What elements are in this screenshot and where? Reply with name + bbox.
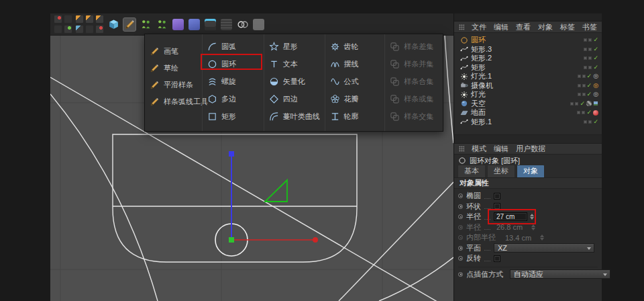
keyframe-dot-icon[interactable] [458, 194, 463, 198]
object-row-rect2[interactable]: 矩形.2 ✓ [454, 54, 602, 63]
circle-item[interactable]: 圆环 [203, 55, 264, 73]
ellipse-checkbox[interactable] [494, 193, 500, 200]
deformer-icon[interactable] [171, 17, 184, 32]
tab-coordinates[interactable]: 坐标 [487, 165, 515, 177]
object-row-rect1[interactable]: 矩形.1 ✓ [454, 118, 602, 127]
plane-dropdown[interactable]: XZ [494, 243, 594, 253]
spline-pen-icon[interactable] [123, 17, 136, 32]
enabled-check-icon[interactable]: ✓ [587, 91, 592, 97]
history-icon[interactable] [85, 25, 94, 34]
palette-icon[interactable] [95, 25, 104, 34]
arc-item[interactable]: 圆弧 [203, 38, 264, 55]
object-row-rect3[interactable]: 矩形.3 ✓ [454, 45, 602, 54]
compositing-tag-icon[interactable] [586, 101, 592, 106]
gear-item[interactable]: 齿轮 [325, 38, 385, 55]
profile-item[interactable]: 轮廓 [325, 108, 385, 125]
object-row-light1[interactable]: 灯光.1 ✓◎ [454, 72, 602, 81]
interpolation-dropdown[interactable]: 自动适应 [510, 269, 610, 279]
center-handle[interactable] [229, 237, 234, 243]
keyframe-dot-icon[interactable] [458, 214, 463, 219]
rectangle-item[interactable]: 矩形 [203, 108, 264, 125]
null-circles-icon[interactable] [235, 17, 249, 32]
panel-handle-icon[interactable] [459, 24, 464, 30]
editor-visibility-dot[interactable] [584, 48, 587, 51]
menu-tags[interactable]: 标签 [560, 22, 575, 32]
radius-stepper[interactable] [530, 214, 534, 220]
pen-tool-item[interactable]: 画笔 [145, 43, 202, 60]
object-row-floor[interactable]: 地面 ✓ [454, 108, 602, 118]
editor-visibility-dot[interactable] [584, 120, 587, 124]
editor-visibility-dot[interactable] [570, 102, 574, 105]
object-row-rect[interactable]: 矩形 ✓ [454, 63, 602, 73]
enabled-check-icon[interactable]: ✓ [593, 55, 598, 61]
spline-union-item[interactable]: 样条并集 [385, 55, 443, 73]
menu-edit[interactable]: 编辑 [494, 22, 508, 32]
enabled-check-icon[interactable]: ✓ [587, 73, 592, 79]
layers-icon[interactable] [54, 25, 62, 34]
y-axis-handle[interactable] [229, 151, 234, 157]
reverse-checkbox[interactable] [494, 255, 500, 262]
object-row-light[interactable]: 灯光 ✓◎ [454, 90, 602, 99]
render-visibility-dot[interactable] [582, 93, 586, 96]
x-axis-handle[interactable] [313, 237, 318, 243]
camera-icon[interactable] [54, 15, 62, 24]
flower-item[interactable]: 花瓣 [325, 90, 385, 108]
target-tag-icon[interactable]: ◎ [593, 73, 598, 79]
menu-objects[interactable]: 对象 [538, 22, 553, 32]
vectorize-item[interactable]: 矢量化 [264, 73, 325, 90]
texture-tag-icon[interactable] [593, 101, 598, 106]
menu-file[interactable]: 文件 [472, 22, 486, 32]
menu-edit[interactable]: 编辑 [494, 144, 508, 154]
tab-basic[interactable]: 基本 [458, 165, 486, 177]
figure-object-icon[interactable] [139, 17, 152, 32]
field-icon[interactable] [187, 17, 201, 32]
enabled-check-icon[interactable]: ✓ [586, 110, 592, 116]
material-tag-icon[interactable] [593, 110, 598, 116]
ngon-item[interactable]: 多边 [203, 90, 264, 108]
keyframe-dot-icon[interactable] [458, 204, 463, 209]
render-visibility-dot[interactable] [588, 56, 592, 60]
render-visibility-dot[interactable] [582, 75, 586, 78]
spline-difference-item[interactable]: 样条差集 [385, 38, 443, 55]
editor-visibility-dot[interactable] [578, 75, 581, 78]
cycloid-item[interactable]: 摆线 [325, 55, 385, 73]
cube-primitive-icon[interactable] [107, 17, 120, 32]
render-visibility-dot[interactable] [582, 111, 585, 114]
render-queue-icon[interactable] [95, 15, 104, 24]
enabled-check-icon[interactable]: ✓ [593, 64, 598, 71]
object-row-camera[interactable]: 摄像机 ✓◎ [454, 81, 602, 91]
render-visibility-dot[interactable] [588, 38, 592, 42]
enabled-check-icon[interactable]: ✓ [593, 37, 598, 43]
spline-and-item[interactable]: 样条合集 [385, 73, 443, 90]
enabled-check-icon[interactable]: ✓ [593, 119, 598, 125]
keyframe-dot-icon[interactable] [458, 272, 463, 277]
spline-or-item[interactable]: 样条或集 [385, 90, 443, 108]
object-row-sky[interactable]: 天空 ✓ [454, 99, 602, 109]
spline-intersect-item[interactable]: 样条交集 [385, 108, 443, 125]
foursided-item[interactable]: 四边 [264, 90, 325, 108]
menu-mode[interactable]: 模式 [472, 144, 486, 154]
volume-icon[interactable] [203, 17, 217, 32]
radius-input[interactable] [494, 212, 527, 221]
ring-checkbox[interactable] [494, 203, 500, 210]
render-settings-icon[interactable] [85, 15, 94, 24]
editor-visibility-dot[interactable] [584, 38, 587, 42]
helix-item[interactable]: 螺旋 [203, 73, 264, 90]
editor-visibility-dot[interactable] [584, 56, 587, 60]
smooth-spline-item[interactable]: 平滑样条 [145, 77, 202, 93]
menu-view[interactable]: 查看 [516, 22, 531, 32]
sketch-item[interactable]: 草绘 [145, 60, 202, 77]
target-tag-icon[interactable]: ◎ [593, 91, 598, 97]
mograph-icon[interactable] [219, 17, 233, 32]
render-visibility-dot[interactable] [588, 120, 592, 124]
camera-active-icon[interactable]: ◎ [593, 83, 598, 89]
editor-visibility-dot[interactable] [577, 111, 580, 114]
tab-object[interactable]: 对象 [517, 165, 545, 177]
panel-handle-icon[interactable] [459, 146, 464, 152]
text-item[interactable]: 文本 [264, 55, 325, 73]
keyframe-dot-icon[interactable] [458, 246, 463, 251]
editor-visibility-dot[interactable] [584, 66, 587, 69]
workplane-icon[interactable] [252, 17, 265, 32]
grid-icon[interactable] [64, 25, 72, 34]
keyframe-dot-icon[interactable] [458, 256, 463, 261]
